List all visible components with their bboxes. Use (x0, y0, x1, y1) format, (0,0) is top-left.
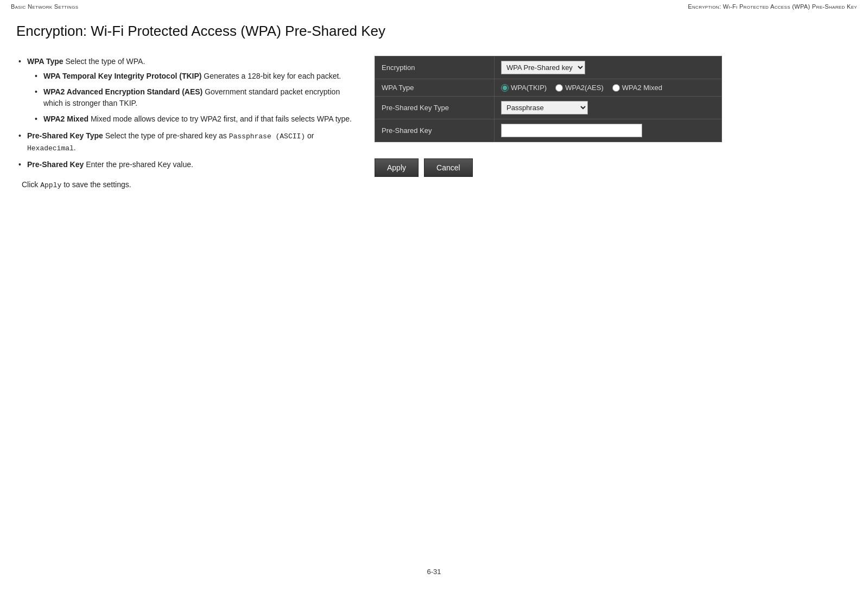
list-item-pre-shared-key: Pre-Shared Key Enter the pre-shared Key … (16, 159, 353, 170)
pre-shared-key-row: Pre-Shared Key (375, 119, 722, 142)
pre-shared-key-input[interactable] (501, 124, 642, 137)
key-type-select[interactable]: Passphrase Hexadecimal (501, 101, 588, 114)
wpa2-mixed-radio[interactable] (612, 84, 620, 92)
right-panel: Encryption WPA Pre-Shared key WPA Type (375, 56, 852, 191)
key-type-label: Pre-Shared Key Type (375, 97, 495, 119)
encryption-row: Encryption WPA Pre-Shared key (375, 56, 722, 79)
wpa2-mixed-label[interactable]: WPA2 Mixed (612, 84, 662, 92)
wpa-tkip-label[interactable]: WPA(TKIP) (501, 84, 547, 92)
list-item-wpa-type: WPA Type Select the type of WPA. WPA Tem… (16, 56, 353, 125)
apply-code: Apply (40, 181, 61, 189)
key-type-term: Pre-Shared Key Type (27, 131, 103, 140)
wpa2-aes-text: WPA2(AES) (565, 84, 604, 92)
encryption-value-cell: WPA Pre-Shared key (495, 56, 722, 79)
list-item-aes: WPA2 Advanced Encryption Standard (AES) … (33, 86, 353, 109)
page-title: Encryption: Wi-Fi Protected Access (WPA)… (0, 12, 868, 45)
tkip-desc: Generates a 128-bit key for each packet. (204, 72, 341, 80)
wpa-type-term: WPA Type (27, 57, 64, 66)
wpa-type-row: WPA Type WPA(TKIP) WPA2(AES) (375, 79, 722, 97)
pre-shared-key-value-cell (495, 119, 722, 142)
wpa2-mixed-desc: Mixed mode allows device to try WPA2 fir… (91, 114, 352, 123)
aes-term: WPA2 Advanced Encryption Standard (AES) (43, 87, 202, 96)
left-panel: WPA Type Select the type of WPA. WPA Tem… (16, 56, 353, 191)
header-left: Basic Network Settings (11, 3, 78, 10)
pre-shared-key-label: Pre-Shared Key (375, 119, 495, 142)
encryption-label: Encryption (375, 56, 495, 79)
wpa-tkip-text: WPA(TKIP) (511, 84, 547, 92)
key-type-row: Pre-Shared Key Type Passphrase Hexadecim… (375, 97, 722, 119)
wpa-tkip-radio[interactable] (501, 84, 509, 92)
apply-button[interactable]: Apply (375, 158, 419, 177)
wpa-type-label: WPA Type (375, 79, 495, 97)
key-type-end: . (74, 143, 76, 152)
bullet-list: WPA Type Select the type of WPA. WPA Tem… (16, 56, 353, 170)
key-type-code1: Passphrase (ASCII) (229, 132, 305, 141)
list-item-wpa2-mixed: WPA2 Mixed Mixed mode allows device to t… (33, 113, 353, 125)
wpa-type-desc: Select the type of WPA. (66, 57, 145, 66)
wpa-radio-group: WPA(TKIP) WPA2(AES) WPA2 Mixed (501, 84, 715, 92)
page-footer: 6-31 (427, 568, 441, 576)
list-item-tkip: WPA Temporal Key Integrity Protocol (TKI… (33, 71, 353, 82)
wpa-type-value-cell: WPA(TKIP) WPA2(AES) WPA2 Mixed (495, 79, 722, 97)
list-item-key-type: Pre-Shared Key Type Select the type of p… (16, 130, 353, 154)
wpa2-aes-radio[interactable] (555, 84, 563, 92)
click-note: Click Apply to save the settings. (16, 179, 353, 191)
click-note-suffix: to save the settings. (61, 180, 131, 189)
action-buttons: Apply Cancel (375, 158, 852, 177)
settings-table: Encryption WPA Pre-Shared key WPA Type (375, 56, 722, 142)
key-type-code2: Hexadecimal (27, 144, 74, 152)
content-area: WPA Type Select the type of WPA. WPA Tem… (0, 45, 868, 191)
key-type-desc: Select the type of pre-shared key as (105, 131, 229, 140)
key-type-or: or (305, 131, 314, 140)
wpa-type-sub-list: WPA Temporal Key Integrity Protocol (TKI… (33, 71, 353, 125)
page-header: Basic Network Settings Encryption: Wi-Fi… (0, 0, 868, 12)
wpa2-mixed-term: WPA2 Mixed (43, 114, 88, 123)
pre-shared-key-term: Pre-Shared Key (27, 160, 84, 169)
pre-shared-key-desc: Enter the pre-shared Key value. (86, 160, 193, 169)
page-number: 6-31 (427, 568, 441, 576)
encryption-select[interactable]: WPA Pre-Shared key (501, 61, 585, 74)
click-note-prefix: Click (22, 180, 40, 189)
header-right: Encryption: Wi-Fi Protected Access (WPA)… (688, 3, 857, 10)
cancel-button[interactable]: Cancel (424, 158, 473, 177)
key-type-value-cell: Passphrase Hexadecimal (495, 97, 722, 119)
tkip-term: WPA Temporal Key Integrity Protocol (TKI… (43, 72, 201, 80)
wpa2-aes-label[interactable]: WPA2(AES) (555, 84, 604, 92)
wpa2-mixed-text: WPA2 Mixed (622, 84, 662, 92)
